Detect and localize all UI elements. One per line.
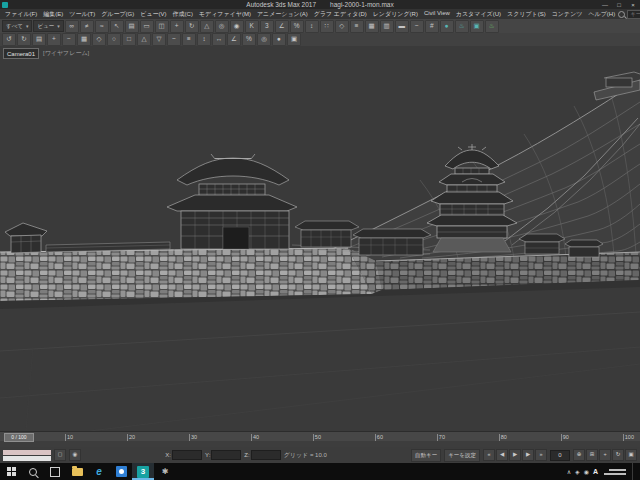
volume-icon[interactable]: ◉: [584, 468, 589, 475]
select-by-name-icon[interactable]: ▤: [125, 20, 139, 33]
settings-app-button[interactable]: ✱: [154, 463, 176, 480]
angle-icon[interactable]: ∠: [227, 33, 241, 46]
box-icon[interactable]: □: [122, 33, 136, 46]
edge-browser-button[interactable]: e: [88, 463, 110, 480]
menu-item[interactable]: カスタマイズ(U): [453, 10, 504, 19]
list-icon[interactable]: ≡: [182, 33, 196, 46]
mirror-icon[interactable]: ◇: [335, 20, 349, 33]
maximize-viewport-icon[interactable]: ▣: [625, 449, 637, 461]
menu-item[interactable]: Civil View: [421, 10, 453, 19]
circle-icon[interactable]: ○: [107, 33, 121, 46]
select-rotate-icon[interactable]: ↻: [185, 20, 199, 33]
maximize-button[interactable]: □: [612, 0, 626, 9]
show-desktop-button[interactable]: [632, 463, 637, 480]
undo-icon[interactable]: ↺: [2, 33, 16, 46]
redo-icon[interactable]: ↻: [17, 33, 31, 46]
spinner-snap-icon[interactable]: ↕: [305, 20, 319, 33]
menu-item[interactable]: ファイル(F): [2, 10, 40, 19]
select-manipulate-icon[interactable]: ◉: [230, 20, 244, 33]
add-icon[interactable]: +: [47, 33, 61, 46]
coordinate-z-field[interactable]: [251, 450, 281, 460]
tri-down-icon[interactable]: ▽: [152, 33, 166, 46]
selection-filter-dropdown[interactable]: すべて ▾: [2, 20, 32, 32]
menu-item[interactable]: スクリプト(S): [504, 10, 549, 19]
selection-region-icon[interactable]: ▭: [140, 20, 154, 33]
menu-item[interactable]: アニメーション(A): [254, 10, 311, 19]
grid-icon[interactable]: ▦: [77, 33, 91, 46]
menu-item[interactable]: 作成(C): [170, 10, 196, 19]
tray-chevron-icon[interactable]: ∧: [567, 468, 571, 475]
network-icon[interactable]: ◈: [575, 468, 580, 475]
select-scale-icon[interactable]: △: [200, 20, 214, 33]
photos-app-button[interactable]: [110, 463, 132, 480]
menu-item[interactable]: コンテンツ: [549, 10, 586, 19]
render-setup-icon[interactable]: ♨: [455, 20, 469, 33]
horizontal-icon[interactable]: ↔: [212, 33, 226, 46]
coordinate-y-field[interactable]: [211, 450, 241, 460]
menu-item[interactable]: モディファイヤ(M): [196, 10, 254, 19]
window-crossing-icon[interactable]: ◫: [155, 20, 169, 33]
go-to-end-button[interactable]: »: [535, 449, 547, 461]
menu-item[interactable]: ヘルプ(H): [585, 10, 618, 19]
viewport[interactable]: Camera01 [ワイヤフレーム]: [0, 46, 640, 431]
menu-item[interactable]: グラフ エディタ(D): [311, 10, 370, 19]
use-pivot-center-icon[interactable]: ◎: [215, 20, 229, 33]
zoom-extents-icon[interactable]: ⊞: [586, 449, 598, 461]
listener-script-row[interactable]: [3, 456, 51, 461]
auto-key-button[interactable]: 自動キー: [411, 449, 441, 462]
file-explorer-button[interactable]: [66, 463, 88, 480]
start-button[interactable]: [0, 463, 22, 480]
named-selection-sets-icon[interactable]: ∷: [320, 20, 334, 33]
select-and-link-icon[interactable]: ∞: [65, 20, 79, 33]
pan-icon[interactable]: +: [599, 449, 611, 461]
menu-item[interactable]: ツール(T): [66, 10, 98, 19]
current-frame-field[interactable]: 0: [550, 450, 570, 461]
taskbar-search-button[interactable]: [22, 463, 44, 480]
menu-item[interactable]: グループ(G): [98, 10, 137, 19]
viewport-shading-label[interactable]: [ワイヤフレーム]: [43, 49, 89, 58]
selection-lock-icon[interactable]: ◉: [69, 449, 81, 461]
zoom-icon[interactable]: ⊕: [573, 449, 585, 461]
material-editor-icon[interactable]: ●: [440, 20, 454, 33]
select-move-icon[interactable]: +: [170, 20, 184, 33]
go-to-start-button[interactable]: «: [483, 449, 495, 461]
align-icon[interactable]: ≡: [350, 20, 364, 33]
coordinate-x-field[interactable]: [172, 450, 202, 460]
render-frame-window-icon[interactable]: ▣: [470, 20, 484, 33]
schematic-view-icon[interactable]: #: [425, 20, 439, 33]
sphere-icon[interactable]: ●: [272, 33, 286, 46]
curve-editor-icon[interactable]: ~: [410, 20, 424, 33]
target-icon[interactable]: ◎: [257, 33, 271, 46]
keyboard-override-icon[interactable]: K: [245, 20, 259, 33]
3dsmax-taskbar-button[interactable]: 3: [132, 463, 154, 480]
tri-up-icon[interactable]: △: [137, 33, 151, 46]
maxscript-mini-listener[interactable]: [3, 450, 51, 461]
reference-coordinate-dropdown[interactable]: ビュー ▾: [33, 20, 63, 32]
percent-snap-icon[interactable]: %: [290, 20, 304, 33]
layer-explorer-icon[interactable]: ▥: [380, 20, 394, 33]
clock-area[interactable]: [602, 469, 628, 475]
task-view-button[interactable]: [44, 463, 66, 480]
ribbon-toggle-icon[interactable]: ▬: [395, 20, 409, 33]
shape-icon[interactable]: ◇: [92, 33, 106, 46]
bind-to-spacewarp-icon[interactable]: ≈: [95, 20, 109, 33]
viewport-camera-label[interactable]: Camera01: [3, 48, 39, 59]
play-button[interactable]: ▶: [509, 449, 521, 461]
percent-icon[interactable]: %: [242, 33, 256, 46]
listener-macro-row[interactable]: [3, 450, 51, 455]
menu-item[interactable]: レンダリング(R): [370, 10, 421, 19]
minimize-button[interactable]: —: [598, 0, 612, 9]
menu-item[interactable]: ビュー(V): [137, 10, 169, 19]
ime-indicator[interactable]: A: [593, 468, 598, 475]
angle-snap-icon[interactable]: ∠: [275, 20, 289, 33]
unlink-selection-icon[interactable]: ≠: [80, 20, 94, 33]
previous-frame-button[interactable]: ◀: [496, 449, 508, 461]
isolate-selection-icon[interactable]: ◻: [54, 449, 66, 461]
orbit-icon[interactable]: ↻: [612, 449, 624, 461]
snap-toggle-icon[interactable]: 3: [260, 20, 274, 33]
time-slider-handle[interactable]: 0 / 100: [4, 433, 34, 442]
menu-item[interactable]: 編集(E): [40, 10, 66, 19]
help-search-input[interactable]: [627, 10, 640, 19]
remove-icon[interactable]: −: [62, 33, 76, 46]
layer-icon[interactable]: ▤: [32, 33, 46, 46]
